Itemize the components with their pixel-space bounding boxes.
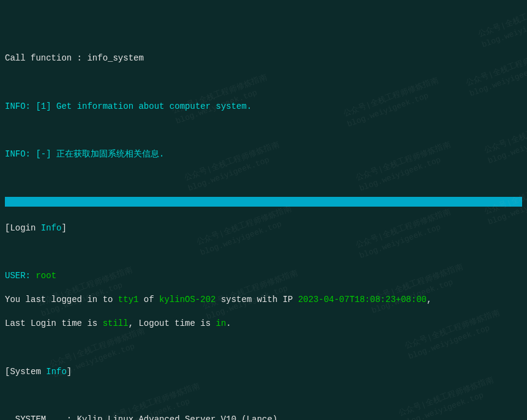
info-text-1: Get information about computer system. xyxy=(51,101,252,111)
blank-line xyxy=(5,172,522,185)
blank-line xyxy=(5,342,522,355)
info-bracket-2: [-] xyxy=(36,149,51,159)
still-value: still xyxy=(103,319,129,328)
highlight-divider xyxy=(5,197,522,211)
blank-line xyxy=(5,246,522,259)
info-prefix: INFO: xyxy=(5,149,36,159)
blank-line xyxy=(5,77,522,89)
in-value: in xyxy=(215,319,226,328)
info-text-2: 正在获取加固系统相关信息. xyxy=(51,149,165,159)
login-status-line: Last Login time is still, Logout time is… xyxy=(5,318,522,330)
login-info-heading: [Login Info] xyxy=(5,223,522,235)
info-line-2: INFO: [-] 正在获取加固系统相关信息. xyxy=(5,149,522,161)
call-function-line: Call function : info_system xyxy=(5,53,522,65)
system-value: Kylin Linux Advanced Server V10 (Lance) xyxy=(77,414,278,420)
login-user-line: USER: root xyxy=(5,270,522,282)
system-os-line: SYSTEM : Kylin Linux Advanced Server V10… xyxy=(5,414,522,420)
blank-line xyxy=(5,390,522,402)
system-info-heading: [System Info] xyxy=(5,366,522,378)
tty-value: tty1 xyxy=(118,295,139,304)
timestamp-value: 2023-04-07T18:08:23+08:00 xyxy=(298,295,427,304)
info-prefix: INFO: xyxy=(5,101,36,111)
user-label: USER: xyxy=(5,271,36,281)
watermark: 公众号|全栈工程师修炼指南blog.weiyigeek.top xyxy=(403,308,505,363)
user-value: root xyxy=(36,271,56,281)
system-label: SYSTEM : xyxy=(5,414,77,420)
info-bracket-1: [1] xyxy=(36,101,51,111)
watermark: 公众号|全栈工程师修炼指南blog.weiyigeek.top xyxy=(183,139,285,194)
info-line-1: INFO: [1] Get information about computer… xyxy=(5,101,522,113)
cyan-bar xyxy=(5,197,522,207)
blank-line xyxy=(5,125,522,137)
call-function-text: Call function : info_system xyxy=(5,53,144,63)
login-last-line: You last logged in to tty1 of kylinOS-20… xyxy=(5,294,522,306)
watermark: 公众号|全栈工程师修炼指南blog.weiyigeek.top xyxy=(477,0,527,51)
watermark: 公众号|全栈工程师修炼指南blog.weiyigeek.top xyxy=(354,139,456,194)
hostname-value: kylinOS-202 xyxy=(159,295,215,304)
